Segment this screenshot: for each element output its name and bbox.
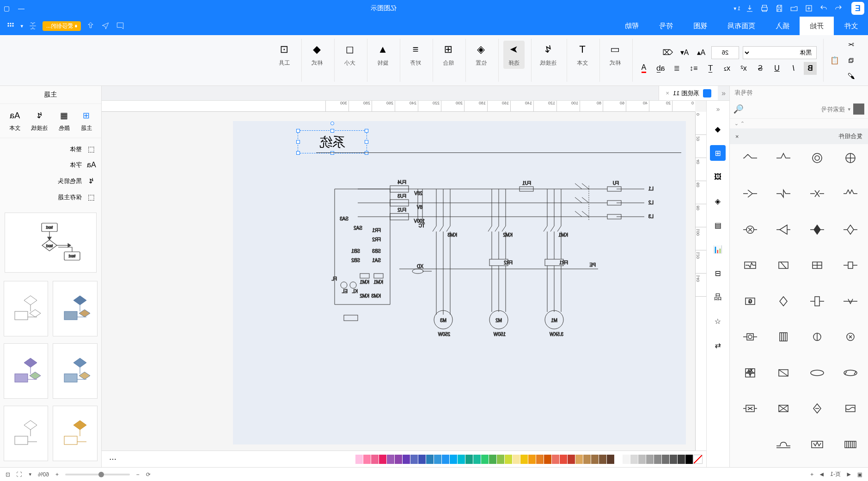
shape-item[interactable] (837, 364, 863, 382)
position-button[interactable]: ◈位置 (471, 41, 492, 69)
open-button[interactable] (788, 2, 801, 15)
color-swatch[interactable] (552, 455, 559, 464)
org-tool[interactable]: 品 (710, 289, 726, 305)
page-add-icon[interactable]: ▣ (857, 471, 862, 478)
color-swatch[interactable] (575, 455, 583, 464)
menu-file[interactable]: 文件 (834, 17, 868, 35)
color-swatch[interactable] (615, 455, 622, 464)
color-swatch[interactable] (513, 455, 520, 464)
minimize-button[interactable]: — (18, 5, 24, 12)
color-swatch[interactable] (442, 455, 449, 464)
theme-thumb[interactable] (53, 281, 98, 336)
select-button[interactable]: ➤选择 (503, 41, 525, 69)
connect-tool[interactable]: ⇆ (710, 337, 726, 353)
shape-item[interactable] (837, 184, 863, 203)
menu-insert[interactable]: 插入 (765, 17, 800, 35)
shapes-tool[interactable]: ⊞ (710, 145, 726, 161)
more-colors[interactable]: ⋯ (105, 455, 120, 463)
shape-item[interactable] (837, 256, 863, 274)
shape-item[interactable]: G (737, 292, 763, 311)
mode-theme[interactable]: ⊞主题 (80, 110, 92, 132)
shape-item[interactable] (737, 220, 763, 239)
menu-symbols[interactable]: 符号 (649, 17, 683, 35)
nav-up-icon[interactable]: ⌃ (740, 121, 745, 127)
color-swatch[interactable] (528, 455, 536, 464)
user-badge[interactable]: ♦ 爱莎创的... (43, 21, 81, 31)
bold-button[interactable]: B (804, 62, 817, 75)
page-indicator[interactable]: 页-1 (830, 470, 841, 478)
shape-item[interactable] (737, 399, 763, 418)
section-header[interactable]: 复合组件× (730, 128, 868, 144)
selection-box[interactable]: 系统 (298, 130, 367, 153)
nav-save[interactable]: ⬚保存主题 (5, 193, 97, 201)
color-swatch[interactable] (497, 455, 504, 464)
theme-thumb[interactable] (53, 406, 98, 461)
decrease-font-button[interactable]: A▾ (678, 46, 691, 59)
shape-item[interactable] (804, 399, 830, 418)
italic-button[interactable]: I (787, 62, 800, 75)
color-swatch[interactable] (560, 455, 567, 464)
menu-view[interactable]: 视图 (683, 17, 717, 35)
layers-tool[interactable]: ◈ (710, 193, 726, 209)
text-button[interactable]: T文本 (572, 41, 593, 69)
theme-thumb[interactable] (4, 406, 49, 461)
circuit-diagram[interactable]: L1 L2 L3 FU KM1 FR1 (261, 177, 658, 408)
redo-button[interactable] (817, 2, 830, 15)
theme-thumb[interactable] (4, 281, 49, 336)
shape-item[interactable] (804, 435, 830, 454)
subscript-button[interactable]: x₂ (721, 62, 734, 75)
color-swatch[interactable] (473, 455, 481, 464)
style2-button[interactable]: ◆样式 (306, 41, 328, 69)
color-none[interactable] (693, 455, 703, 464)
resize-handle[interactable] (330, 129, 334, 133)
color-swatch[interactable] (426, 455, 434, 464)
shape-item[interactable] (804, 149, 830, 167)
color-swatch[interactable] (465, 455, 473, 464)
case-button[interactable]: T̲ (704, 62, 717, 75)
style-button[interactable]: ▭样式 (605, 41, 626, 69)
resize-handle[interactable] (365, 129, 368, 133)
font-family-select[interactable]: 黑体 (743, 46, 817, 59)
search-icon[interactable]: 🔍 (734, 104, 744, 114)
color-swatch[interactable] (379, 455, 386, 464)
color-swatch[interactable] (489, 455, 496, 464)
mode-color[interactable]: ▦颜色 (58, 110, 70, 132)
strikethrough-button[interactable]: S̶ (754, 62, 767, 75)
nav-arrow[interactable]: ↯黑色箭头 (5, 177, 97, 185)
resize-handle[interactable] (296, 129, 300, 133)
size-button[interactable]: ◻大小 (339, 41, 361, 69)
color-swatch[interactable] (520, 455, 528, 464)
color-swatch[interactable] (355, 455, 363, 464)
color-swatch[interactable] (410, 455, 418, 464)
menu-page-layout[interactable]: 页面布局 (717, 17, 765, 35)
table-tool[interactable]: ⊟ (710, 265, 726, 281)
comment-icon[interactable] (115, 21, 125, 31)
color-swatch[interactable] (630, 455, 638, 464)
theme-thumb[interactable] (53, 343, 98, 399)
bullet-list-button[interactable]: ≣ (671, 62, 684, 75)
shape-item[interactable] (837, 435, 863, 454)
nav-down-icon[interactable]: ⌄ (734, 121, 739, 127)
new-button[interactable] (802, 2, 815, 15)
color-swatch[interactable] (481, 455, 489, 464)
rotate-button[interactable]: ▲旋转 (372, 41, 393, 69)
color-swatch[interactable] (458, 455, 465, 464)
clear-format-button[interactable]: ⌫ (661, 46, 674, 59)
shape-item[interactable] (837, 328, 863, 346)
tabs-scroll-left[interactable]: « (718, 89, 729, 97)
tools-button[interactable]: ⊡工具 (274, 41, 295, 69)
highlight-button[interactable]: ab̲ (654, 62, 667, 75)
color-swatch[interactable] (638, 455, 646, 464)
color-swatch[interactable] (591, 455, 599, 464)
dropdown-indicator[interactable]: 1 ▾ (734, 6, 740, 12)
shape-item[interactable] (771, 435, 797, 454)
color-swatch[interactable] (685, 455, 693, 464)
fit-page-icon[interactable]: ⛶ (17, 471, 22, 478)
color-swatch[interactable] (450, 455, 457, 464)
grid-apps-icon[interactable] (6, 21, 16, 31)
shape-item[interactable] (804, 364, 830, 382)
pointer-icon[interactable] (100, 21, 110, 31)
shape-item[interactable] (771, 256, 797, 274)
color-swatch[interactable] (505, 455, 512, 464)
close-tab-button[interactable]: × (666, 90, 669, 97)
